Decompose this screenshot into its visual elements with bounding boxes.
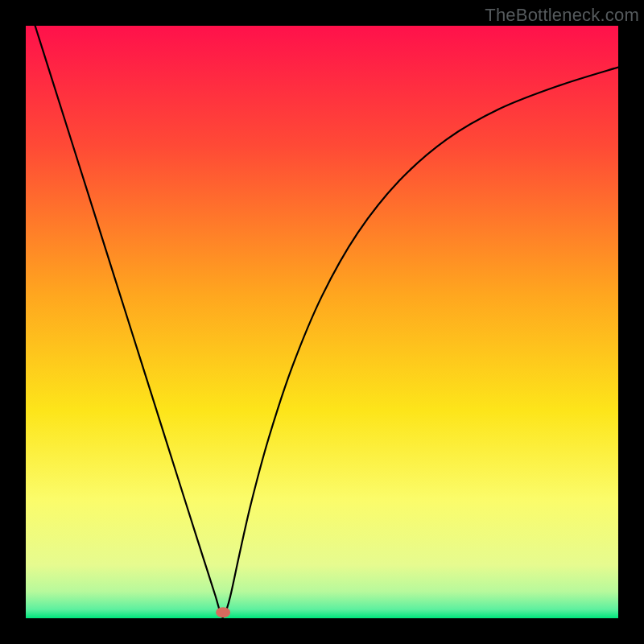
gradient-background xyxy=(26,26,618,618)
minimum-marker xyxy=(216,607,230,617)
chart-svg xyxy=(26,26,618,618)
chart-container: TheBottleneck.com xyxy=(0,0,644,644)
watermark-text: TheBottleneck.com xyxy=(485,5,639,26)
plot-area xyxy=(26,26,618,618)
